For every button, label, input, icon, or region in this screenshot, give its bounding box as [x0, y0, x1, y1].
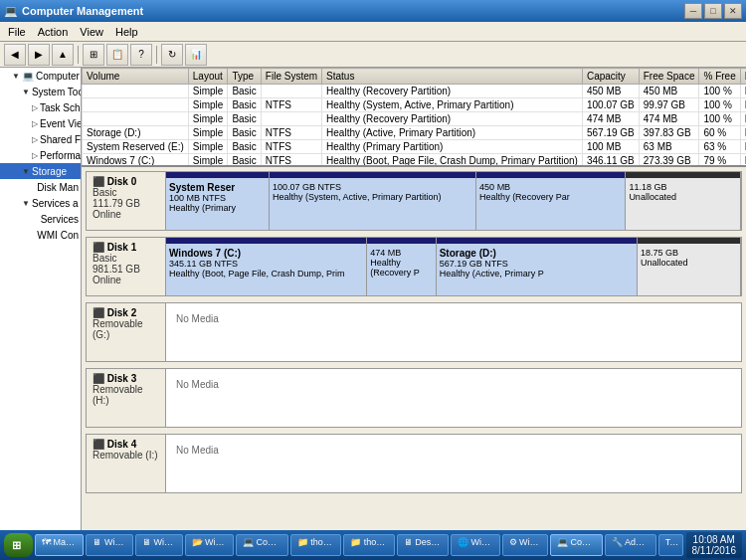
table-row[interactable]: Storage (D:)SimpleBasicNTFSHealthy (Acti… — [83, 126, 747, 140]
col-fs: File System — [261, 69, 321, 85]
table-cell: 60 % — [699, 126, 740, 140]
table-cell: Healthy (Boot, Page File, Crash Dump, Pr… — [322, 154, 583, 168]
menu-bar: File Action View Help — [0, 22, 746, 42]
sidebar-item-task-scheduler[interactable]: ▷ Task Sch — [0, 99, 81, 115]
partition[interactable]: 450 MB Healthy (Recovery Par — [476, 172, 626, 230]
sidebar-item-system-tools[interactable]: ▼ System Tool — [0, 84, 81, 99]
taskbar-btn-maps[interactable]: 🗺 Map... — [35, 534, 84, 556]
taskbar-btn-compmgmt[interactable]: 💻 Com... — [550, 534, 603, 556]
partition[interactable]: Windows 7 (C:) 345.11 GB NTFS Healthy (B… — [166, 238, 367, 295]
table-cell: Healthy (System, Active, Primary Partiti… — [322, 98, 583, 112]
table-cell: 450 MB — [582, 85, 639, 98]
table-cell: Simple — [188, 85, 228, 98]
col-status: Status — [322, 69, 583, 85]
partition[interactable]: 100.07 GB NTFS Healthy (System, Active, … — [270, 172, 476, 230]
table-cell: No — [740, 140, 746, 154]
tree-label: Task Sch — [40, 102, 81, 113]
taskbar-clock: 10:08 AM 8/11/2016 — [686, 532, 743, 558]
taskbar-btn-app1[interactable]: 🌐 Win... — [451, 534, 499, 556]
taskbar-btn-comp1[interactable]: 💻 Com... — [236, 534, 288, 556]
table-cell: 100 % — [699, 85, 740, 98]
disk-id: ⬛ Disk 4 — [93, 439, 159, 450]
taskbar-btn-thou1[interactable]: 📁 thou... — [290, 534, 341, 556]
table-cell: Basic — [228, 98, 261, 112]
sidebar-item-computer-management[interactable]: ▼ 💻 Computer Mana — [0, 68, 81, 84]
sidebar-item-wmi-control[interactable]: WMI Con — [0, 227, 81, 243]
taskbar-btn-win2[interactable]: 🖥 Win... — [135, 534, 183, 556]
back-button[interactable]: ◀ — [4, 44, 26, 66]
clock-date: 8/11/2016 — [692, 545, 737, 556]
menu-action[interactable]: Action — [32, 24, 75, 40]
export-button[interactable]: 📊 — [185, 44, 207, 66]
table-cell — [83, 112, 189, 126]
partition-size: 100.07 GB NTFS — [273, 182, 472, 192]
table-cell: Basic — [228, 154, 261, 168]
partition[interactable]: 11.18 GB Unallocated — [626, 172, 741, 230]
app-title: Computer Management — [22, 5, 143, 17]
tree-label: Computer Mana — [36, 71, 81, 82]
up-button[interactable]: ▲ — [52, 44, 74, 66]
taskbar-btn-thou2[interactable]: 📁 thou... — [343, 534, 394, 556]
table-cell: No — [740, 126, 746, 140]
partition[interactable]: Storage (D:) 567.19 GB NTFS Healthy (Act… — [437, 238, 638, 295]
taskbar-btn-app2[interactable]: ⚙ Win... — [502, 534, 549, 556]
partition-status: Healthy (Recovery Par — [479, 192, 622, 202]
show-hide-button[interactable]: ⊞ — [83, 44, 104, 66]
table-row[interactable]: System Reserved (E:)SimpleBasicNTFSHealt… — [83, 140, 747, 154]
partition[interactable]: 474 MB Healthy (Recovery P — [367, 238, 436, 295]
partition-size: 345.11 GB NTFS — [169, 259, 363, 269]
expand-arrow: ▷ — [32, 103, 38, 112]
partition-size: 100 MB NTFS — [169, 193, 266, 203]
sidebar-item-services[interactable]: Services — [0, 211, 81, 227]
help-button[interactable]: ? — [130, 44, 152, 66]
refresh-button[interactable]: ↻ — [161, 44, 183, 66]
taskbar-btn-win3[interactable]: 📂 Win... — [185, 534, 234, 556]
taskbar-btn-t[interactable]: T... — [658, 534, 684, 556]
maximize-button[interactable]: □ — [704, 3, 722, 19]
table-cell — [83, 98, 189, 112]
table-cell — [83, 85, 189, 98]
close-button[interactable]: ✕ — [724, 3, 742, 19]
start-button[interactable]: ⊞ — [4, 533, 33, 557]
tree-label: System Tool — [32, 87, 81, 97]
sidebar-item-storage[interactable]: ▼ Storage — [0, 163, 81, 179]
disk-type: Removable (I:) — [93, 450, 159, 461]
menu-help[interactable]: Help — [109, 24, 144, 40]
tree-label: Storage — [32, 166, 67, 177]
sidebar-item-performance[interactable]: ▷ Performa — [0, 147, 81, 163]
forward-button[interactable]: ▶ — [28, 44, 50, 66]
main-container: ▼ 💻 Computer Mana ▼ System Tool ▷ Task S… — [0, 68, 746, 540]
partition[interactable]: 18.75 GB Unallocated — [638, 238, 741, 295]
disk-row: ⬛ Disk 4 Removable (I:) No Media — [86, 434, 742, 493]
table-cell: No — [740, 112, 746, 126]
minimize-button[interactable]: ─ — [684, 3, 702, 19]
taskbar-btn-adm[interactable]: 🔧 Adm... — [605, 534, 656, 556]
table-row[interactable]: SimpleBasicNTFSHealthy (System, Active, … — [83, 98, 747, 112]
disk-label: ⬛ Disk 0 Basic 111.79 GB Online — [87, 172, 166, 230]
disk-partitions: Windows 7 (C:) 345.11 GB NTFS Healthy (B… — [166, 238, 741, 295]
disk-row: ⬛ Disk 1 Basic 981.51 GB Online Windows … — [86, 237, 742, 296]
partition[interactable]: System Reser 100 MB NTFS Healthy (Primar… — [166, 172, 270, 230]
sidebar-item-shared-folders[interactable]: ▷ Shared F — [0, 131, 81, 147]
table-row[interactable]: SimpleBasicHealthy (Recovery Partition)4… — [83, 85, 747, 98]
table-cell: 474 MB — [639, 112, 699, 126]
sidebar-item-services-apps[interactable]: ▼ Services a — [0, 195, 81, 211]
taskbar-btn-desk[interactable]: 🖥 Desk... — [397, 534, 449, 556]
menu-file[interactable]: File — [2, 24, 32, 40]
volume-table: Volume Layout Type File System Status Ca… — [82, 68, 746, 167]
no-media-label: No Media — [166, 303, 229, 361]
properties-button[interactable]: 📋 — [106, 44, 128, 66]
table-cell: 79 % — [699, 154, 740, 168]
table-cell — [261, 112, 321, 126]
table-row[interactable]: Windows 7 (C:)SimpleBasicNTFSHealthy (Bo… — [83, 154, 747, 168]
table-cell — [261, 85, 321, 98]
table-cell: Healthy (Recovery Partition) — [322, 85, 583, 98]
menu-view[interactable]: View — [74, 24, 109, 40]
sidebar-item-event-viewer[interactable]: ▷ Event Vie — [0, 115, 81, 131]
sidebar-item-disk-management[interactable]: Disk Man — [0, 179, 81, 195]
table-row[interactable]: SimpleBasicHealthy (Recovery Partition)4… — [83, 112, 747, 126]
disk-label: ⬛ Disk 4 Removable (I:) — [87, 435, 166, 492]
left-tree-panel: ▼ 💻 Computer Mana ▼ System Tool ▷ Task S… — [0, 68, 82, 540]
partition-status: Healthy (Primary — [169, 203, 266, 213]
taskbar-btn-win1[interactable]: 🖥 Win... — [86, 534, 133, 556]
